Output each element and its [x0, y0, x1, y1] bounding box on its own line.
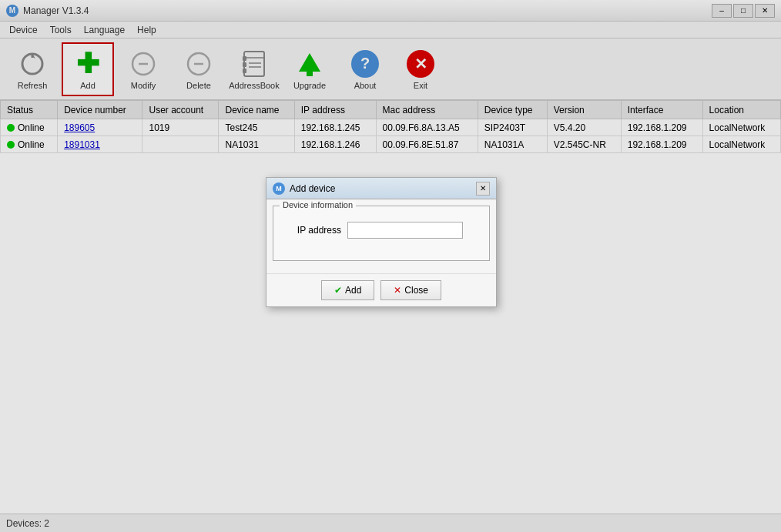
ip-address-input[interactable] — [347, 222, 463, 239]
dialog-titlebar: M Add device ✕ — [266, 178, 496, 199]
modal-overlay: M Add device ✕ Device information IP add… — [0, 0, 781, 532]
dialog-title: Add device — [290, 183, 335, 194]
dialog-title-icon: M — [273, 182, 285, 195]
dialog-close-label: Close — [404, 285, 428, 296]
dialog-close-x-button[interactable]: ✕ — [476, 182, 490, 196]
device-info-group: Device information IP address — [273, 206, 490, 261]
x-icon: ✕ — [394, 285, 401, 296]
ip-address-label: IP address — [280, 225, 341, 236]
dialog-body: Device information IP address — [266, 199, 496, 273]
check-icon: ✔ — [334, 285, 342, 296]
dialog-close-button[interactable]: ✕ Close — [380, 280, 441, 300]
dialog-add-label: Add — [345, 285, 361, 296]
ip-address-field: IP address — [280, 216, 483, 245]
add-device-dialog: M Add device ✕ Device information IP add… — [266, 177, 497, 307]
dialog-add-button[interactable]: ✔ Add — [321, 280, 374, 300]
dialog-buttons: ✔ Add ✕ Close — [266, 273, 496, 306]
device-info-label: Device information — [280, 200, 356, 209]
